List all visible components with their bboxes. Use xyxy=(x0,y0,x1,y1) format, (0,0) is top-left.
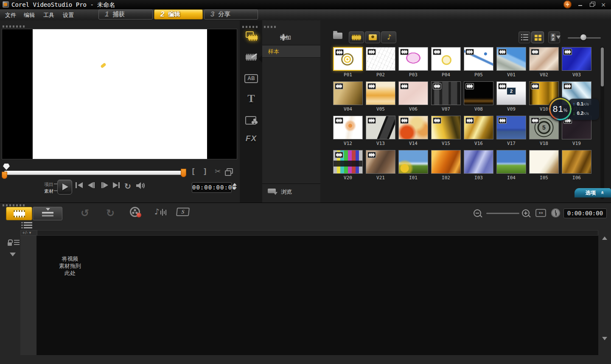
scrub-marker[interactable] xyxy=(3,164,10,170)
library-thumbnail[interactable] xyxy=(398,116,428,139)
library-item[interactable]: P01 xyxy=(333,47,363,78)
library-item[interactable]: V04 xyxy=(333,81,363,112)
overlay-ball-icon[interactable] xyxy=(563,0,572,8)
library-thumbnail[interactable] xyxy=(496,150,526,174)
storyboard-view-button[interactable] xyxy=(6,207,32,220)
thumbnail-size-slider-thumb[interactable] xyxy=(580,34,586,40)
prev-frame-button[interactable] xyxy=(88,182,96,188)
library-thumbnail[interactable] xyxy=(562,150,591,174)
library-item[interactable]: V05 xyxy=(365,81,396,112)
library-item[interactable]: P04 xyxy=(431,47,461,78)
scrub-track[interactable] xyxy=(4,171,186,175)
transition-icon[interactable]: AB xyxy=(244,74,258,83)
restore-button[interactable] xyxy=(588,2,596,8)
menu-file[interactable]: 文件 xyxy=(5,11,16,19)
library-thumbnail[interactable] xyxy=(529,150,559,174)
library-item[interactable]: I02 xyxy=(431,150,461,181)
library-thumbnail[interactable] xyxy=(464,47,493,71)
auto-music-button[interactable]: S xyxy=(176,208,190,216)
library-thumbnail[interactable] xyxy=(366,47,395,71)
library-item[interactable]: V03 xyxy=(561,47,592,78)
library-thumbnail[interactable] xyxy=(431,47,461,71)
close-button[interactable]: × xyxy=(599,2,608,8)
sort-button[interactable]: AZ xyxy=(548,31,560,43)
track-tools-header[interactable]: +/- ▾ xyxy=(20,230,37,236)
library-item[interactable]: V17 xyxy=(496,116,527,146)
library-item[interactable]: I06 xyxy=(561,150,592,181)
undo-button[interactable]: ↺ xyxy=(79,207,91,219)
next-frame-button[interactable] xyxy=(100,182,108,188)
grid-view-button[interactable] xyxy=(531,31,544,43)
percent-gauge[interactable]: 81% xyxy=(548,97,572,121)
go-start-button[interactable] xyxy=(76,182,84,188)
ripple-editing-button[interactable] xyxy=(8,239,20,246)
minimize-button[interactable] xyxy=(576,2,584,8)
library-thumbnail[interactable] xyxy=(562,47,591,71)
go-end-button[interactable] xyxy=(112,182,120,188)
library-thumbnail[interactable] xyxy=(398,81,428,105)
trim-handle-end[interactable] xyxy=(181,169,186,177)
title-icon[interactable]: T xyxy=(244,92,258,105)
filter-photo-button[interactable] xyxy=(365,31,380,43)
project-mode-label[interactable]: 项目 xyxy=(41,181,53,188)
play-button[interactable] xyxy=(57,180,72,195)
library-item[interactable]: V01 xyxy=(496,47,527,78)
redo-button[interactable]: ↻ xyxy=(104,207,116,219)
track-dropdown-arrow[interactable] xyxy=(10,253,16,256)
panel-drag-handle[interactable] xyxy=(242,26,259,28)
preview-canvas[interactable] xyxy=(33,29,207,159)
split-clip-button[interactable]: ✂ xyxy=(215,167,221,175)
list-view-button[interactable] xyxy=(519,31,530,43)
library-item[interactable]: I03 xyxy=(463,150,494,181)
mark-out-button[interactable]: ] xyxy=(203,167,207,176)
add-category-button[interactable]: 添加 xyxy=(262,30,320,45)
menu-edit[interactable]: 编辑 xyxy=(24,11,35,19)
media-library-icon[interactable] xyxy=(245,31,258,42)
library-item[interactable]: V08 xyxy=(463,81,494,112)
library-item[interactable]: I05 xyxy=(529,150,559,181)
menu-tools[interactable]: 工具 xyxy=(43,11,54,19)
track-manager-button[interactable] xyxy=(21,222,32,229)
library-item[interactable]: V16 xyxy=(463,116,494,146)
tab-edit[interactable]: 2编辑 xyxy=(154,9,203,19)
timeline-scroll-down[interactable] xyxy=(602,337,607,340)
library-thumbnail[interactable] xyxy=(496,47,526,71)
filter-icon[interactable]: FX xyxy=(244,134,258,143)
library-thumbnail[interactable] xyxy=(366,150,395,174)
library-item[interactable]: I04 xyxy=(496,150,527,181)
library-item[interactable]: V13 xyxy=(365,116,396,146)
library-scrollbar-thumb[interactable] xyxy=(601,47,604,86)
panel-drag-handle[interactable] xyxy=(3,204,26,206)
gallery-category-sample[interactable]: 样本 xyxy=(262,45,320,58)
library-thumbnail[interactable] xyxy=(398,47,428,71)
library-thumbnail[interactable] xyxy=(333,81,363,105)
preview-timecode[interactable]: 00:00:00:00 xyxy=(192,182,232,193)
sound-mixer-button[interactable]: ♪ xyxy=(154,207,160,216)
filter-video-button[interactable] xyxy=(349,31,364,43)
library-item[interactable]: P02 xyxy=(365,47,396,78)
floating-monitor-widget[interactable]: ↑0.1K/s ↓0.2K/s 81% xyxy=(548,97,600,122)
mark-in-button[interactable]: [ xyxy=(191,167,196,176)
library-thumbnail[interactable] xyxy=(398,150,428,174)
options-button[interactable]: 选项 « xyxy=(575,188,611,197)
record-capture-button[interactable] xyxy=(130,207,140,217)
tab-share[interactable]: 3分享 xyxy=(204,9,258,19)
library-item[interactable]: P03 xyxy=(398,47,429,78)
library-thumbnail[interactable]: 2 xyxy=(496,81,526,105)
library-item[interactable]: V14 xyxy=(398,116,429,146)
library-item[interactable]: V15 xyxy=(431,116,461,146)
repeat-button[interactable]: ↻ xyxy=(124,181,131,191)
timeline-timecode[interactable]: 0:00:00:00 xyxy=(563,208,607,218)
library-thumbnail[interactable] xyxy=(333,150,363,174)
clip-mode-label[interactable]: 素材 xyxy=(41,188,53,195)
timeline-ruler[interactable] xyxy=(20,230,598,236)
library-item[interactable]: V07 xyxy=(431,81,461,112)
fit-project-button[interactable]: ↔ xyxy=(535,209,546,217)
tab-capture[interactable]: 1捕获 xyxy=(98,9,153,19)
library-thumbnail[interactable] xyxy=(431,81,461,105)
library-thumbnail[interactable] xyxy=(366,81,395,105)
timeline-zoom-in-button[interactable] xyxy=(522,209,530,217)
library-thumbnail[interactable] xyxy=(464,150,493,174)
timeline-zoom-slider[interactable] xyxy=(486,213,519,214)
library-item[interactable]: P05 xyxy=(463,47,494,78)
